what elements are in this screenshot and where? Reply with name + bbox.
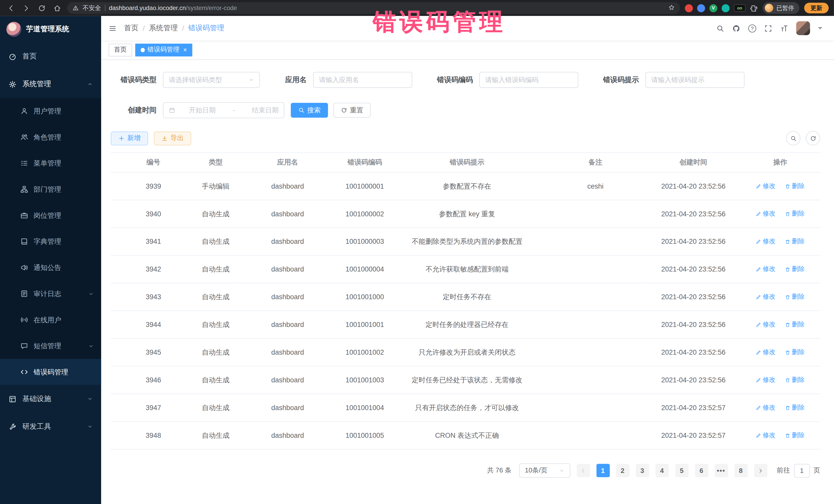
cell-operations: 修改 删除 <box>740 311 820 338</box>
reset-button[interactable]: 重置 <box>333 103 371 118</box>
chevron-down-icon <box>87 396 93 401</box>
help-button[interactable]: ? <box>748 24 756 32</box>
delete-button[interactable]: 删除 <box>785 348 805 357</box>
page-button-5[interactable]: 5 <box>675 464 688 477</box>
col-time: 创建时间 <box>646 153 740 172</box>
prev-page-button[interactable] <box>577 464 590 477</box>
page-button-1[interactable]: 1 <box>596 464 610 477</box>
sidebar-item-infrastructure[interactable]: 基础设施 <box>0 385 101 413</box>
delete-button[interactable]: 删除 <box>785 265 805 273</box>
sidebar-item-sms-management[interactable]: 短信管理 <box>0 333 101 359</box>
forward-button[interactable] <box>21 3 31 13</box>
sidebar-item-online-users[interactable]: 在线用户 <box>0 307 101 333</box>
sidebar-item-dict-management[interactable]: 字典管理 <box>0 228 101 255</box>
goto-page-input[interactable] <box>794 464 810 478</box>
edit-button[interactable]: 修改 <box>756 210 775 218</box>
edit-button[interactable]: 修改 <box>756 403 775 412</box>
edit-button[interactable]: 修改 <box>756 182 775 191</box>
edit-button[interactable]: 修改 <box>756 431 775 440</box>
edit-pencil-icon <box>756 322 761 327</box>
cell-hint: 参数配置不存在 <box>390 172 544 200</box>
page-button-4[interactable]: 4 <box>655 464 669 477</box>
trash-icon <box>785 267 790 272</box>
page-button-6[interactable]: 6 <box>695 464 708 477</box>
app-name-input[interactable] <box>313 72 412 88</box>
delete-button[interactable]: 删除 <box>785 431 805 440</box>
delete-button[interactable]: 删除 <box>785 320 805 329</box>
error-code-input[interactable] <box>479 72 578 88</box>
calendar-icon <box>169 107 175 113</box>
edit-button[interactable]: 修改 <box>756 348 775 357</box>
extension-blue-icon[interactable] <box>697 4 705 12</box>
breadcrumb-home[interactable]: 首页 <box>124 23 138 33</box>
github-link[interactable] <box>732 24 740 32</box>
sidebar-item-audit-log[interactable]: 审计日志 <box>0 281 101 307</box>
sidebar-item-system[interactable]: 系统管理 <box>0 70 101 98</box>
sidebar-item-error-code-management[interactable]: 错误码管理 <box>0 359 101 385</box>
delete-button[interactable]: 删除 <box>785 292 805 301</box>
error-type-select[interactable]: 请选择错误码类型 <box>163 72 260 88</box>
breadcrumb-system[interactable]: 系统管理 <box>149 23 178 33</box>
sidebar-toggle-button[interactable] <box>109 24 116 32</box>
sidebar-item-dept-management[interactable]: 部门管理 <box>0 176 101 202</box>
sidebar-item-post-management[interactable]: 岗位管理 <box>0 202 101 229</box>
search-button[interactable]: 搜索 <box>291 103 328 118</box>
extension-green-icon[interactable]: V <box>709 4 717 12</box>
header-search-button[interactable] <box>716 24 724 32</box>
sidebar-item-role-management[interactable]: 角色管理 <box>0 124 101 150</box>
error-code-label: 错误码编码 <box>431 75 473 85</box>
sidebar-item-menu-management[interactable]: 菜单管理 <box>0 150 101 176</box>
next-page-button[interactable] <box>754 464 767 477</box>
edit-button[interactable]: 修改 <box>756 265 775 273</box>
page-ellipsis[interactable]: ••• <box>715 464 728 477</box>
extension-red-icon[interactable] <box>685 4 693 12</box>
tag-error-code-management[interactable]: 错误码管理 × <box>135 43 192 56</box>
edit-button[interactable]: 修改 <box>756 375 775 385</box>
font-size-button[interactable] <box>780 24 788 32</box>
extension-on-badge[interactable]: on <box>734 4 746 12</box>
bookmark-star-icon[interactable] <box>668 4 675 12</box>
delete-button[interactable]: 删除 <box>785 403 805 412</box>
home-button[interactable] <box>51 3 62 13</box>
sidebar-item-notice[interactable]: 通知公告 <box>0 255 101 281</box>
back-button[interactable] <box>5 3 16 13</box>
page-button-3[interactable]: 3 <box>636 464 649 477</box>
sidebar-item-user-management[interactable]: 用户管理 <box>0 98 101 124</box>
address-bar[interactable]: 不安全 dashboard.yudao.iocoder.cn/system/er… <box>67 2 680 14</box>
delete-button[interactable]: 删除 <box>785 182 805 191</box>
back-arrow-icon <box>7 4 15 12</box>
refresh-table-button[interactable] <box>806 131 820 146</box>
sidebar-item-home[interactable]: 首页 <box>0 43 101 70</box>
app-logo[interactable]: 芋道管理系统 <box>0 16 101 43</box>
export-button[interactable]: 导出 <box>154 131 191 145</box>
page-size-select[interactable]: 10条/页 <box>519 463 570 478</box>
sidebar-item-dev-tools[interactable]: 研发工具 <box>0 413 101 440</box>
screen: 错误码管理 不安全 dashboard.yudao.iocoder.cn/sys… <box>0 0 834 504</box>
extensions-puzzle-icon[interactable] <box>750 4 758 12</box>
reload-button[interactable] <box>36 3 47 13</box>
delete-button[interactable]: 删除 <box>785 237 805 246</box>
filter-create-time: 创建时间 开始日期 - 结束日期 <box>111 102 285 118</box>
page-button-8[interactable]: 8 <box>734 464 748 477</box>
cell-id: 3941 <box>111 227 196 255</box>
edit-button[interactable]: 修改 <box>756 237 775 246</box>
fullscreen-button[interactable] <box>764 24 772 32</box>
toggle-search-button[interactable] <box>786 131 800 146</box>
cell-id: 3945 <box>111 338 196 366</box>
browser-update-button[interactable]: 更新 <box>804 3 829 13</box>
extension-teal-icon[interactable] <box>722 4 729 12</box>
edit-button[interactable]: 修改 <box>756 320 775 329</box>
add-button[interactable]: 新增 <box>111 131 148 145</box>
delete-button[interactable]: 删除 <box>785 375 805 385</box>
browser-profile-button[interactable]: 已暂停 <box>763 2 799 14</box>
tag-home[interactable]: 首页 <box>109 43 132 56</box>
end-date-placeholder: 结束日期 <box>252 106 279 115</box>
page-button-2[interactable]: 2 <box>616 464 629 477</box>
tag-close-icon[interactable]: × <box>183 47 187 53</box>
user-avatar[interactable] <box>796 21 810 35</box>
edit-button[interactable]: 修改 <box>756 292 775 301</box>
delete-button[interactable]: 删除 <box>785 210 805 218</box>
avatar-caret-icon[interactable] <box>818 27 822 31</box>
error-hint-input[interactable] <box>645 72 744 88</box>
date-range-picker[interactable]: 开始日期 - 结束日期 <box>163 102 284 118</box>
